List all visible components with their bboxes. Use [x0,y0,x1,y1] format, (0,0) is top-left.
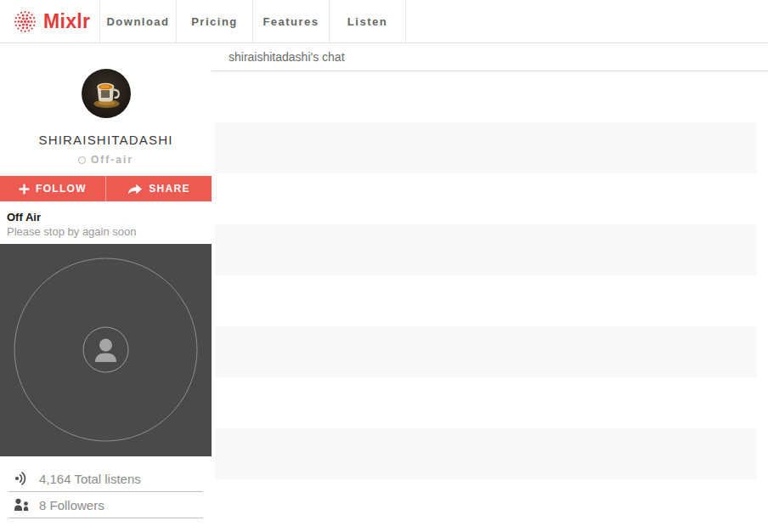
follow-button[interactable]: FOLLOW [0,176,105,201]
mixlr-profile-page: Mixlr Download Pricing Features Listen S… [0,0,768,532]
profile-sidebar: SHIRAISHITADASHI Off-air FOLLOW SHARE Of… [0,43,212,532]
avatar [82,69,131,118]
brand-wordmark: Mixlr [43,10,90,33]
offair-ring-icon [78,156,86,164]
profile-actions: FOLLOW SHARE [0,176,212,201]
broadcast-status: Off-air [0,154,212,166]
nav-item-features[interactable]: Features [253,0,330,42]
plus-icon [19,184,30,195]
mixlr-logo-icon [14,10,37,33]
top-navbar: Mixlr Download Pricing Features Listen [0,0,768,43]
chat-row [215,71,756,122]
followers-label: 8 Followers [39,498,104,512]
offair-message-box: Off Air Please stop by again soon [0,201,212,244]
share-arrow-icon [127,183,143,195]
status-label: Off-air [91,154,133,166]
chat-message-list [215,71,756,530]
main-nav: Download Pricing Features Listen [100,0,406,42]
share-button[interactable]: SHARE [106,176,212,201]
followers-stat: 8 Followers [8,492,203,518]
player-area [0,244,212,456]
nav-item-download[interactable]: Download [100,0,177,42]
chat-row [215,275,756,326]
chat-row [215,224,756,275]
nav-item-listen[interactable]: Listen [330,0,406,42]
mixlr-logo[interactable]: Mixlr [0,0,100,42]
chat-row [215,479,756,530]
person-placeholder-icon [95,339,116,363]
followers-icon [13,497,31,512]
total-listens-stat: 4,164 Total listens [8,466,203,492]
offair-title: Off Air [7,211,205,224]
chat-panel: shiraishitadashi's chat [212,43,768,532]
profile-stats: 4,164 Total listens 8 Followers [0,456,212,518]
teacup-avatar-image [82,69,131,118]
profile-name: SHIRAISHITADASHI [0,133,212,147]
offair-subtitle: Please stop by again soon [7,225,205,238]
share-label: SHARE [149,183,190,195]
chat-row [215,173,756,224]
chat-row [215,326,756,377]
total-listens-label: 4,164 Total listens [39,472,141,486]
player-placeholder-graphic [0,244,212,456]
follow-label: FOLLOW [36,183,87,195]
nav-item-pricing[interactable]: Pricing [177,0,253,42]
chat-row [215,122,756,173]
listens-icon [13,468,31,489]
chat-title: shiraishitadashi's chat [212,43,768,71]
chat-row [215,428,756,479]
chat-row [215,377,756,428]
